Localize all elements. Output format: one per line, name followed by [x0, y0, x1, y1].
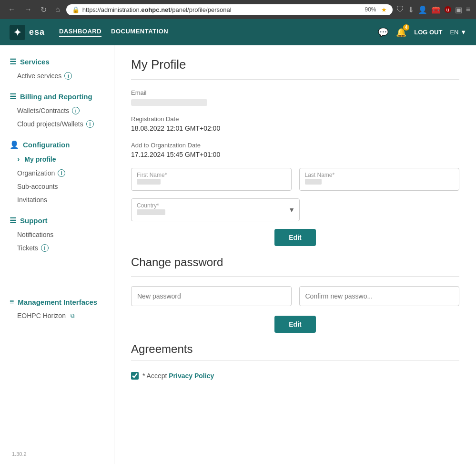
- wallets-info-icon[interactable]: i: [72, 107, 80, 114]
- country-masked: [137, 209, 165, 217]
- external-link-icon: ⧉: [71, 312, 75, 319]
- sidebar-item-organization[interactable]: Organization i: [0, 166, 114, 180]
- eohpc-horizon-label: EOHPC Horizon: [17, 312, 66, 320]
- email-value: [131, 98, 459, 106]
- sidebar-item-tickets[interactable]: Tickets i: [0, 241, 114, 255]
- support-label: Support: [20, 217, 48, 225]
- notifications-label: Notifications: [17, 231, 53, 238]
- sidebar-item-active-services[interactable]: Active services i: [0, 69, 114, 82]
- sidebar-section-configuration[interactable]: 👤 Configuration: [0, 135, 114, 152]
- agreements-title: Agreements: [131, 342, 459, 356]
- name-row: First Name* Last Name*: [131, 168, 459, 191]
- profile-edit-button[interactable]: Edit: [274, 229, 315, 246]
- email-section: Email: [131, 89, 459, 106]
- organization-label: Organization: [17, 169, 55, 177]
- organization-info-icon[interactable]: i: [58, 169, 65, 177]
- menu-icon[interactable]: ≡: [466, 5, 470, 14]
- notification-icon[interactable]: 🔔 4: [396, 27, 406, 38]
- password-edit-button[interactable]: Edit: [274, 316, 315, 333]
- app-header: ✦ esa DASHBOARD DOCUMENTATION 💬 🔔 4 LOG …: [0, 19, 476, 45]
- privacy-policy-link[interactable]: Privacy Policy: [169, 372, 214, 380]
- email-masked: [131, 99, 207, 106]
- password-divider: [131, 276, 459, 277]
- sidebar-item-sub-accounts[interactable]: Sub-accounts: [0, 180, 114, 193]
- nav-documentation[interactable]: DOCUMENTATION: [111, 28, 168, 37]
- sub-accounts-label: Sub-accounts: [17, 183, 58, 190]
- address-bar[interactable]: 🔒 https://administration.eohpc.net/panel…: [66, 4, 393, 15]
- download-icon[interactable]: ⇓: [408, 5, 414, 14]
- agreement-row: * Accept Privacy Policy: [131, 368, 459, 383]
- version-text: 1.30.2: [2, 446, 36, 462]
- agreement-prefix: * Accept: [142, 372, 169, 380]
- sidebar-section-billing[interactable]: ☰ Billing and Reporting: [0, 87, 114, 104]
- extensions-icon[interactable]: 🧰: [431, 5, 441, 14]
- agreements-divider: [131, 361, 459, 361]
- password-row: [131, 286, 459, 306]
- sidebar: ☰ Services Active services i ☰ Billing a…: [0, 45, 114, 464]
- sidebar-section-management[interactable]: ≡ Management Interfaces: [0, 293, 114, 309]
- registration-date-label: Registration Date: [131, 115, 459, 123]
- agreement-text: * Accept Privacy Policy: [142, 372, 214, 380]
- email-label: Email: [131, 89, 459, 96]
- billing-label: Billing and Reporting: [20, 93, 92, 101]
- home-button[interactable]: ⌂: [53, 4, 62, 15]
- new-password-field[interactable]: [131, 286, 292, 306]
- screenshot-icon[interactable]: ▣: [455, 5, 462, 14]
- browser-toolbar-icons: 🛡 ⇓ 👤 🧰 u ▣ ≡: [396, 5, 470, 14]
- language-selector[interactable]: EN ▼: [450, 29, 466, 36]
- nav-dashboard[interactable]: DASHBOARD: [59, 28, 101, 37]
- main-nav: DASHBOARD DOCUMENTATION: [59, 28, 378, 37]
- confirm-password-field[interactable]: [299, 286, 460, 306]
- header-right: 💬 🔔 4 LOG OUT EN ▼: [378, 27, 466, 38]
- first-name-masked: [137, 178, 161, 186]
- country-field[interactable]: Country* ▼: [131, 198, 300, 221]
- confirm-password-input[interactable]: [299, 286, 460, 306]
- last-name-field[interactable]: Last Name*: [299, 168, 460, 191]
- registration-date-value: 18.08.2022 12:01 GMT+02:00: [131, 124, 459, 132]
- shield-icon[interactable]: 🛡: [396, 5, 404, 14]
- reload-button[interactable]: ↻: [38, 4, 49, 15]
- logo-box: ✦: [10, 25, 25, 40]
- management-icon: ≡: [10, 298, 14, 306]
- active-services-info-icon[interactable]: i: [64, 72, 72, 80]
- my-profile-label: My profile: [24, 155, 56, 163]
- add-org-date-section: Add to Organization Date 17.12.2024 15:4…: [131, 142, 459, 158]
- services-label: Services: [20, 58, 50, 66]
- sidebar-section-services[interactable]: ☰ Services: [0, 52, 114, 69]
- forward-button[interactable]: →: [22, 4, 34, 15]
- account-icon[interactable]: 👤: [418, 5, 427, 14]
- first-name-field[interactable]: First Name*: [131, 168, 292, 191]
- sidebar-item-cloud-projects[interactable]: Cloud projects/Wallets i: [0, 117, 114, 131]
- management-label: Management Interfaces: [18, 298, 97, 306]
- new-password-input[interactable]: [131, 286, 292, 306]
- last-name-input[interactable]: [299, 168, 460, 191]
- bookmark-icon[interactable]: ★: [381, 6, 387, 13]
- sidebar-item-notifications[interactable]: Notifications: [0, 228, 114, 241]
- notification-badge: 4: [403, 24, 410, 31]
- configuration-icon: 👤: [10, 140, 19, 149]
- chat-icon[interactable]: 💬: [378, 27, 388, 38]
- sidebar-item-invitations[interactable]: Invitations: [0, 193, 114, 206]
- last-name-masked: [305, 178, 322, 186]
- tickets-info-icon[interactable]: i: [41, 244, 49, 252]
- configuration-label: Configuration: [23, 141, 70, 149]
- main-content: My Profile Email Registration Date 18.08…: [114, 45, 476, 464]
- active-services-label: Active services: [17, 72, 61, 80]
- cloud-projects-info-icon[interactable]: i: [86, 120, 94, 128]
- sidebar-section-support[interactable]: ☰ Support: [0, 211, 114, 228]
- cloud-projects-label: Cloud projects/Wallets: [17, 120, 83, 128]
- logout-button[interactable]: LOG OUT: [414, 29, 442, 36]
- logo-text: esa: [29, 27, 45, 37]
- sidebar-item-my-profile[interactable]: My profile: [0, 152, 114, 166]
- title-divider: [131, 79, 459, 80]
- sidebar-item-wallets[interactable]: Wallets/Contracts i: [0, 104, 114, 117]
- zoom-level: 90%: [365, 6, 376, 13]
- back-button[interactable]: ←: [6, 4, 18, 15]
- wallets-label: Wallets/Contracts: [17, 107, 69, 114]
- url-display: https://administration.eohpc.net/panel/p…: [82, 6, 360, 13]
- sidebar-item-eohpc-horizon[interactable]: EOHPC Horizon ⧉: [0, 309, 114, 322]
- privacy-policy-checkbox[interactable]: [131, 372, 139, 380]
- browser-chrome: ← → ↻ ⌂ 🔒 https://administration.eohpc.n…: [0, 0, 476, 19]
- ublockorigin-icon[interactable]: u: [445, 6, 451, 13]
- app-logo: ✦ esa: [10, 25, 45, 40]
